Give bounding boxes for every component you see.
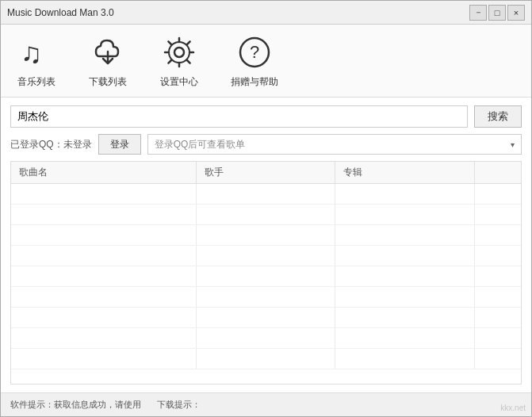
title-bar: Music Download Man 3.0 － □ ×: [1, 1, 531, 25]
window-title: Music Download Man 3.0: [7, 7, 469, 18]
window-controls: － □ ×: [469, 5, 525, 21]
svg-point-3: [169, 42, 189, 63]
close-button[interactable]: ×: [507, 5, 525, 21]
toolbar: ♫ 音乐列表 下载列表: [1, 25, 531, 98]
table-row: [11, 205, 521, 225]
toolbar-donate-help-label: 捐赠与帮助: [231, 75, 278, 89]
software-tip-label: 软件提示：: [10, 400, 54, 409]
restore-button[interactable]: □: [488, 5, 506, 21]
qq-playlist-dropdown[interactable]: 登录QQ后可查看歌单 ▾: [147, 134, 522, 155]
watermark: kkx.net: [500, 404, 526, 412]
qq-status: 已登录QQ：未登录: [10, 138, 92, 151]
table-row: [11, 287, 521, 308]
search-input[interactable]: [10, 105, 468, 128]
search-button[interactable]: 搜索: [474, 105, 522, 128]
col-header-album: 专辑: [335, 162, 474, 183]
table-row: [11, 349, 521, 369]
toolbar-download-list[interactable]: 下载列表: [88, 33, 128, 89]
table-body: [11, 184, 521, 384]
minimize-button[interactable]: －: [469, 5, 487, 21]
software-tip: 软件提示：获取信息成功，请使用: [10, 399, 141, 411]
main-content: 搜索 已登录QQ：未登录 登录 登录QQ后可查看歌单 ▾ 歌曲名 歌手 专辑: [1, 98, 531, 392]
svg-point-2: [174, 48, 184, 57]
download-icon: [88, 33, 128, 72]
results-table: 歌曲名 歌手 专辑: [10, 161, 522, 384]
table-row: [11, 266, 521, 287]
table-row: [11, 246, 521, 266]
svg-text:?: ?: [250, 42, 259, 62]
chevron-down-icon: ▾: [511, 140, 515, 149]
toolbar-download-list-label: 下载列表: [89, 75, 127, 89]
col-header-extra: [475, 162, 521, 183]
qq-row: 已登录QQ：未登录 登录 登录QQ后可查看歌单 ▾: [10, 134, 522, 155]
toolbar-music-list[interactable]: ♫ 音乐列表: [17, 33, 56, 89]
toolbar-donate-help[interactable]: ? 捐赠与帮助: [231, 33, 278, 89]
download-tip: 下载提示：: [157, 399, 201, 411]
col-header-artist: 歌手: [197, 162, 335, 183]
help-icon: ?: [235, 33, 274, 72]
table-row: [11, 225, 521, 246]
toolbar-music-list-label: 音乐列表: [17, 75, 55, 89]
toolbar-settings-label: 设置中心: [160, 75, 198, 89]
music-icon: ♫: [17, 33, 56, 72]
search-row: 搜索: [10, 105, 522, 128]
status-bar: 软件提示：获取信息成功，请使用 下载提示：: [1, 392, 531, 416]
table-row: [11, 308, 521, 328]
software-tip-value: 获取信息成功，请使用: [54, 400, 141, 409]
qq-dropdown-text: 登录QQ后可查看歌单: [155, 138, 246, 151]
settings-icon: [159, 33, 199, 72]
svg-text:♫: ♫: [21, 37, 42, 69]
col-header-song: 歌曲名: [11, 162, 197, 183]
table-header: 歌曲名 歌手 专辑: [11, 162, 521, 184]
table-row: [11, 184, 521, 205]
qq-login-button[interactable]: 登录: [98, 134, 141, 155]
toolbar-settings[interactable]: 设置中心: [159, 33, 199, 89]
table-row: [11, 328, 521, 349]
